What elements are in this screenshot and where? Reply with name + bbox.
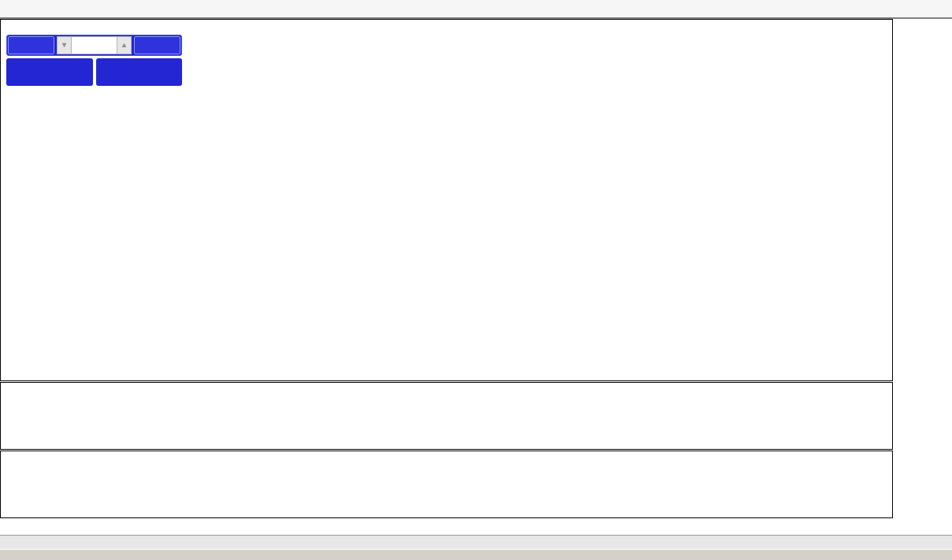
one-click-trade-panel: ▼ ▲ <box>6 35 182 86</box>
sell-button[interactable] <box>8 36 54 54</box>
sell-price-display[interactable] <box>6 58 93 86</box>
volume-stepper: ▼ ▲ <box>57 36 132 54</box>
volume-decrease-button[interactable]: ▼ <box>57 36 72 54</box>
timeframe-toolbar <box>0 0 952 19</box>
volume-increase-button[interactable]: ▲ <box>117 36 132 54</box>
buy-button[interactable] <box>134 36 180 54</box>
date-axis <box>0 521 894 532</box>
macd-header <box>5 385 13 395</box>
rsi-header <box>5 454 13 463</box>
rsi-panel[interactable] <box>0 451 893 518</box>
chart-tab-bar <box>0 535 952 551</box>
status-bar <box>0 549 952 560</box>
macd-panel[interactable] <box>0 382 893 450</box>
buy-price-display[interactable] <box>96 58 183 86</box>
volume-input[interactable] <box>72 36 117 54</box>
chart-title <box>13 22 29 32</box>
trading-platform-window: ▼ ▲ <box>0 0 952 560</box>
